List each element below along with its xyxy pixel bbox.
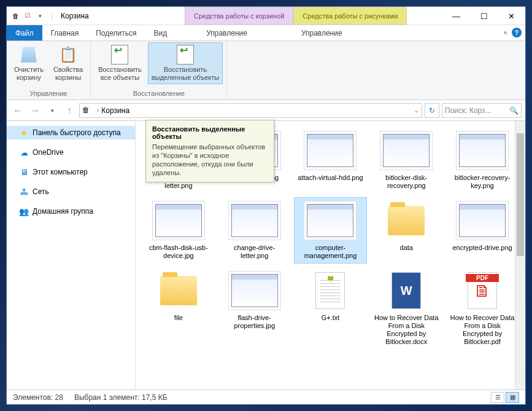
ribbon-group-manage-label: Управление [10,90,87,98]
file-name: How to Recover Data From a Disk Encrypte… [449,314,515,346]
contextual-tab-headers: Средства работы с корзиной Средства рабо… [185,7,407,25]
file-name: encrypted-drive.png [452,244,512,252]
tab-manage-recycle[interactable]: Управление [198,25,256,41]
sidebar-item-network[interactable]: 🖧 Сеть [7,185,135,198]
file-item[interactable]: 🐸G+.txt [294,267,368,350]
search-placeholder: Поиск: Корз... [445,106,492,115]
file-item[interactable]: file [142,267,215,350]
sidebar-item-onedrive[interactable]: ☁ OneDrive [7,146,135,159]
restore-selected-button[interactable]: Восстановить выделенные объекты [148,42,223,84]
file-item[interactable]: attach-virtual-hdd.png [294,127,368,194]
file-name: bitlocker-disk-recovery.png [373,174,439,190]
file-item[interactable]: encrypted-drive.png [445,197,519,264]
thumbnails-view-button[interactable]: ▦ [506,392,519,403]
close-button[interactable]: ✕ [498,7,525,25]
help-icon[interactable]: ? [512,28,522,37]
qat-separator: | [47,11,57,21]
tab-manage-pictures[interactable]: Управление [293,25,351,41]
empty-recycle-icon [19,45,39,65]
details-view-button[interactable]: ☰ [491,392,504,403]
sidebar-item-quick-access[interactable]: ★ Панель быстрого доступа [7,126,135,139]
restore-selected-label: Восстановить выделенные объекты [152,66,220,82]
selection-info: Выбран 1 элемент: 17,5 КБ [74,393,168,402]
file-item[interactable]: computer-management.png [294,197,368,264]
recycle-properties-label: Свойства корзины [53,66,83,82]
collapse-ribbon-icon[interactable]: ʌ [504,29,507,36]
file-item[interactable]: WHow to Recover Data From a Disk Encrypt… [369,267,443,350]
file-name: attach-virtual-hdd.png [298,174,363,182]
file-name: data [400,244,413,252]
up-button[interactable]: ↑ [62,103,77,118]
restore-selected-icon [175,45,195,65]
sidebar-label: Этот компьютер [33,168,88,176]
context-tab-pictures[interactable]: Средства работы с рисунками [293,7,407,25]
homegroup-icon: 👥 [19,206,29,216]
address-bar[interactable]: 🗑 › Корзина ⌄ [79,103,422,118]
vertical-scrollbar[interactable] [515,121,525,389]
ribbon-group-manage: Очистить корзину 📋 Свойства корзины Упра… [7,41,91,100]
address-dropdown-icon[interactable]: ⌄ [414,108,419,114]
tooltip-body: Перемещение выбранных объектов из "Корзи… [152,143,268,177]
file-name: computer-management.png [297,244,363,260]
file-item[interactable]: data [369,197,443,264]
tab-home[interactable]: Главная [42,25,88,41]
sidebar-label: Сеть [33,187,49,196]
search-input[interactable]: Поиск: Корз... 🔍 [442,103,522,118]
recycle-properties-button[interactable]: 📋 Свойства корзины [50,42,87,84]
sidebar-label: OneDrive [33,148,64,157]
restore-all-button[interactable]: Восстановить все объекты [94,42,145,84]
restore-all-icon [110,45,129,65]
sidebar-label: Домашняя группа [33,207,93,216]
tab-view[interactable]: Вид [145,25,175,41]
ribbon-group-restore-label: Восстановление [94,90,223,98]
file-item[interactable]: bitlocker-recovery-key.png [445,127,519,194]
window-controls: — ☐ ✕ [442,7,525,25]
view-toggle-group: ☰ ▦ [491,392,519,403]
file-item[interactable]: 🗎How to Recover Data From a Disk Encrypt… [445,267,519,350]
breadcrumb-location[interactable]: Корзина [101,106,129,115]
file-name: G+.txt [322,314,340,322]
recycle-bin-icon: 🗑 [10,11,20,21]
maximize-button[interactable]: ☐ [470,7,498,25]
qat-dropdown-icon[interactable]: ▾ [35,11,45,21]
file-name: How to Recover Data From a Disk Encrypte… [373,314,439,346]
file-item[interactable]: bitlocker-disk-recovery.png [369,127,443,194]
sidebar-label: Панель быстрого доступа [33,128,121,137]
file-item[interactable]: cbm-flash-disk-usb-device.jpg [142,197,215,264]
window-title: Корзина [61,12,89,20]
forward-button[interactable]: → [28,103,42,118]
tab-file[interactable]: Файл [7,25,42,41]
file-name: flash-drive-properties.jpg [222,314,288,330]
tab-share[interactable]: Поделиться [87,25,145,41]
explorer-window: 🗑 ☑ ▾ | Корзина Средства работы с корзин… [6,6,526,405]
scrollbar-thumb[interactable] [517,133,524,256]
ribbon-group-restore: Восстановить все объекты Восстановить вы… [91,41,227,100]
status-bar: Элементов: 28 Выбран 1 элемент: 17,5 КБ … [7,389,525,404]
qat-properties-icon[interactable]: ☑ [23,11,33,21]
ribbon-right-controls: ʌ ? [504,28,522,37]
monitor-icon: 🖥 [19,167,29,177]
file-name: file [174,314,183,322]
file-name: change-drive-letter.png [222,244,288,260]
search-icon[interactable]: 🔍 [509,106,519,115]
context-tab-recycle[interactable]: Средства работы с корзиной [185,7,293,25]
navigation-bar: ← → ▾ ↑ 🗑 › Корзина ⌄ ↻ Поиск: Корз... 🔍 [7,100,525,121]
sidebar-item-this-pc[interactable]: 🖥 Этот компьютер [7,165,135,179]
navigation-pane: ★ Панель быстрого доступа ☁ OneDrive 🖥 Э… [7,121,136,389]
file-item[interactable]: change-drive-letter.png [218,197,291,264]
network-icon: 🖧 [19,187,29,197]
breadcrumb-separator: › [97,107,99,114]
file-item[interactable]: flash-drive-properties.jpg [218,267,291,350]
file-name: bitlocker-recovery-key.png [449,174,515,190]
sidebar-item-homegroup[interactable]: 👥 Домашняя группа [7,205,135,218]
minimize-button[interactable]: — [442,7,470,25]
cloud-icon: ☁ [19,147,29,157]
empty-recycle-button[interactable]: Очистить корзину [10,42,47,84]
ribbon-tab-strip: Файл Главная Поделиться Вид Управление У… [7,25,525,41]
refresh-button[interactable]: ↻ [425,103,439,118]
history-dropdown[interactable]: ▾ [45,103,60,118]
back-button[interactable]: ← [10,103,25,118]
ribbon-panel: Очистить корзину 📋 Свойства корзины Упра… [7,41,525,100]
tooltip: Восстановить выделенные объекты Перемеще… [145,120,274,182]
star-icon: ★ [19,128,29,138]
